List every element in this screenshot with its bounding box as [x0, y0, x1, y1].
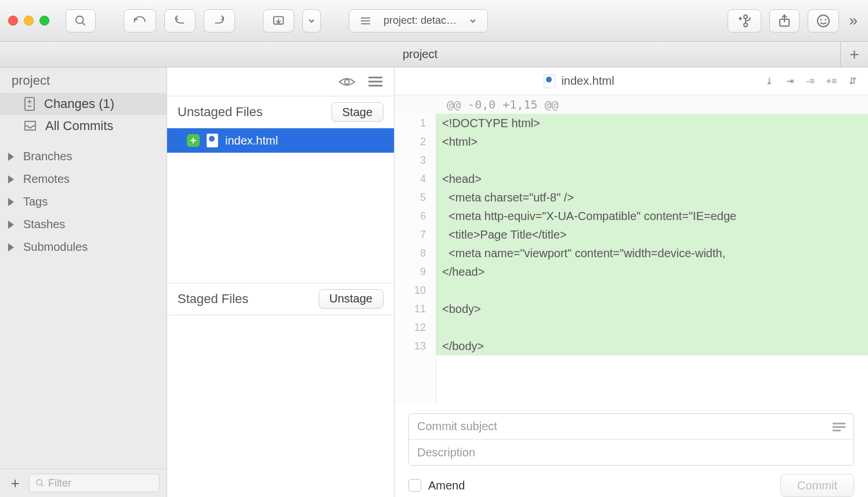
line-number: 13 — [395, 337, 436, 355]
hunk-header: @@ -0,0 +1,15 @@ — [395, 95, 868, 114]
indent-button[interactable]: +≡ — [824, 74, 839, 89]
disclosure-triangle-icon — [8, 221, 14, 229]
unstaged-title: Unstaged Files — [178, 105, 263, 120]
commit-area — [395, 404, 868, 466]
tab-bar: project + — [0, 42, 868, 67]
disclosure-triangle-icon — [8, 198, 14, 206]
tray-icon — [23, 120, 37, 132]
svg-point-14 — [820, 19, 821, 20]
branch-selector[interactable]: project: detac… — [349, 9, 488, 33]
fetch-icon — [132, 15, 147, 27]
code-line: </body> — [436, 337, 868, 355]
sidebar-item-changes[interactable]: Changes (1) — [0, 93, 167, 115]
minimize-window-button[interactable] — [24, 16, 34, 26]
filter-field[interactable]: Filter — [29, 474, 160, 492]
window-controls — [8, 16, 49, 26]
sidebar-heading: project — [0, 67, 167, 93]
line-number: 9 — [395, 262, 436, 281]
line-number: 8 — [395, 244, 436, 262]
collapse-all-button[interactable]: ⤓ — [761, 74, 776, 89]
svg-rect-26 — [833, 423, 845, 424]
svg-rect-25 — [368, 85, 382, 87]
sidebar-section-tags[interactable]: Tags — [0, 190, 167, 213]
code-line: <meta charset="utf-8" /> — [436, 188, 868, 207]
commit-button[interactable]: Commit — [780, 474, 854, 497]
pull-icon — [173, 15, 187, 27]
sidebar-section-submodules[interactable]: Submodules — [0, 236, 167, 258]
amend-checkbox[interactable] — [408, 479, 421, 492]
svg-line-1 — [82, 22, 85, 25]
staged-header: Staged Files Unstage — [167, 283, 394, 315]
fetch-button[interactable] — [124, 9, 156, 33]
sidebar-item-label: Changes (1) — [44, 96, 114, 111]
line-number: 2 — [395, 132, 436, 151]
tab-label: project — [403, 48, 437, 61]
svg-point-22 — [345, 80, 349, 84]
push-icon — [212, 15, 226, 27]
status-added-icon: + — [187, 134, 200, 147]
close-window-button[interactable] — [8, 16, 18, 26]
code-line: <head> — [436, 170, 868, 188]
search-icon — [35, 478, 45, 488]
stash-dropdown[interactable] — [302, 9, 321, 33]
sidebar-section-stashes[interactable]: Stashes — [0, 213, 167, 236]
add-tab-button[interactable]: + — [840, 42, 868, 67]
overflow-button[interactable]: » — [847, 12, 860, 30]
code-line: <!DOCTYPE html> — [436, 114, 868, 132]
file-row[interactable]: + index.html — [167, 128, 394, 153]
svg-point-8 — [744, 23, 747, 27]
maximize-window-button[interactable] — [39, 16, 49, 26]
list-view-icon[interactable] — [368, 77, 382, 87]
pull-button[interactable] — [164, 9, 196, 33]
diff-filename: index.html — [561, 74, 614, 88]
svg-rect-27 — [833, 426, 845, 428]
svg-rect-28 — [833, 430, 841, 431]
search-button[interactable] — [66, 9, 96, 33]
section-label: Branches — [23, 150, 73, 163]
svg-point-15 — [825, 19, 826, 20]
eye-icon[interactable] — [338, 75, 356, 88]
code-line: </head> — [436, 262, 868, 281]
settings-button[interactable]: ⇵ — [845, 74, 860, 89]
commit-subject-input[interactable] — [417, 420, 833, 433]
code-line — [436, 151, 868, 170]
whitespace-button[interactable]: ⇥ — [782, 74, 797, 89]
diff-title: index.html — [403, 74, 755, 88]
stash-icon — [272, 15, 285, 27]
push-button[interactable] — [204, 9, 235, 33]
line-number: 7 — [395, 225, 436, 244]
share-icon — [778, 14, 791, 28]
svg-rect-16 — [25, 98, 34, 110]
stage-button[interactable]: Stage — [331, 102, 384, 122]
stash-button[interactable] — [263, 9, 294, 33]
code-line: <meta http-equiv="X-UA-Compatible" conte… — [436, 207, 868, 225]
expand-icon[interactable] — [833, 422, 845, 431]
sidebar-item-all-commits[interactable]: All Commits — [0, 115, 167, 137]
line-number: 12 — [395, 318, 436, 337]
code-line: <meta name="viewport" content="width=dev… — [436, 244, 868, 262]
tab-project[interactable]: project — [0, 42, 840, 67]
line-number: 10 — [395, 281, 436, 300]
svg-point-0 — [76, 16, 84, 23]
code-line: <title>Page Title</title> — [436, 225, 868, 244]
disclosure-triangle-icon — [8, 243, 14, 251]
feedback-button[interactable] — [808, 9, 839, 33]
commit-description-input[interactable] — [417, 446, 845, 459]
share-button[interactable] — [769, 9, 800, 33]
diff-icon — [23, 96, 36, 111]
add-button[interactable]: + — [7, 474, 23, 492]
commit-box — [408, 413, 854, 466]
dedent-button[interactable]: -≡ — [803, 74, 818, 89]
line-number: 4 — [395, 170, 436, 188]
line-number: 3 — [395, 151, 436, 170]
line-number: 6 — [395, 207, 436, 225]
sidebar-section-branches[interactable]: Branches — [0, 145, 167, 168]
unstage-button[interactable]: Unstage — [319, 289, 384, 309]
section-label: Remotes — [23, 172, 70, 186]
new-branch-button[interactable] — [728, 9, 761, 33]
sidebar-section-remotes[interactable]: Remotes — [0, 168, 167, 190]
disclosure-triangle-icon — [8, 175, 14, 183]
diff-body[interactable]: 1<!DOCTYPE html>2<html>34<head>5 <meta c… — [395, 114, 868, 404]
html-file-icon — [544, 74, 555, 88]
unstaged-header: Unstaged Files Stage — [167, 96, 394, 128]
